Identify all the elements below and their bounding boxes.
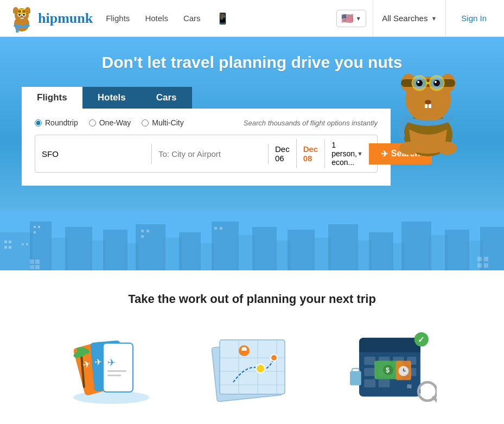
nav-flights[interactable]: Flights (106, 14, 130, 23)
svg-rect-27 (425, 104, 428, 108)
svg-point-22 (416, 80, 423, 86)
date-to-input[interactable]: Dec 08 (297, 139, 326, 168)
feature-map-icon (209, 328, 296, 404)
svg-rect-40 (163, 238, 182, 270)
search-hint: Search thousands of flight options insta… (244, 119, 378, 127)
passengers-value: 1 person, econ... (331, 141, 357, 167)
svg-rect-48 (312, 238, 331, 270)
hero-chipmunk-illustration (385, 48, 471, 156)
language-selector[interactable]: 🇺🇸 ▼ (336, 10, 366, 27)
svg-rect-90 (107, 370, 126, 372)
feature-flights-icon: ✈ ✈ ✈ (68, 328, 155, 404)
svg-rect-63 (141, 235, 144, 238)
svg-rect-69 (9, 241, 11, 243)
svg-rect-73 (35, 260, 40, 264)
svg-rect-8 (22, 17, 23, 19)
all-searches-chevron-icon: ▼ (431, 15, 437, 22)
svg-rect-59 (38, 226, 40, 228)
svg-rect-54 (429, 235, 448, 270)
multi-city-option[interactable]: Multi-City (142, 118, 183, 127)
all-searches-label: All Searches (382, 14, 428, 23)
bottom-title: Take the work out of planning your next … (22, 292, 482, 306)
svg-text:✈: ✈ (107, 357, 116, 368)
header: hipmunk Flights Hotels Cars 📱 🇺🇸 ▼ All S… (0, 0, 504, 37)
cityscape (0, 211, 504, 270)
roundtrip-option[interactable]: Roundtrip (35, 118, 78, 127)
one-way-radio[interactable] (89, 119, 96, 126)
svg-point-6 (21, 16, 23, 17)
svg-rect-51 (369, 232, 393, 270)
svg-rect-79 (484, 263, 488, 268)
svg-line-129 (433, 397, 437, 402)
one-way-option[interactable]: One-Way (89, 118, 131, 127)
bottom-section: Take the work out of planning your next … (0, 270, 504, 424)
svg-text:≋: ≋ (406, 382, 412, 390)
nav-hotels[interactable]: Hotels (145, 14, 168, 23)
svg-rect-41 (179, 232, 201, 270)
multi-city-radio[interactable] (142, 119, 149, 126)
nav-cars[interactable]: Cars (183, 14, 201, 23)
svg-rect-78 (477, 263, 482, 268)
tab-cars[interactable]: Cars (141, 87, 192, 109)
svg-rect-68 (4, 241, 7, 243)
svg-rect-91 (107, 375, 121, 376)
sign-in-link[interactable]: Sign In (452, 14, 495, 23)
svg-rect-47 (288, 230, 315, 270)
svg-point-103 (256, 364, 265, 373)
svg-rect-76 (477, 257, 482, 261)
all-searches-button[interactable]: All Searches ▼ (373, 0, 446, 37)
svg-rect-45 (252, 227, 277, 270)
logo-area[interactable]: hipmunk (9, 4, 93, 33)
to-input[interactable] (152, 144, 269, 164)
svg-rect-66 (22, 243, 24, 245)
svg-rect-108 (364, 357, 375, 365)
svg-rect-93 (220, 340, 285, 394)
mobile-icon[interactable]: 📱 (216, 12, 229, 25)
city-buildings-illustration (0, 211, 504, 270)
svg-rect-64 (214, 227, 217, 230)
tab-flights[interactable]: Flights (22, 87, 82, 109)
svg-rect-57 (480, 227, 504, 270)
svg-rect-55 (445, 230, 469, 270)
search-tabs: Flights Hotels Cars Roundtrip One-Way Mu… (22, 87, 391, 186)
svg-rect-35 (65, 227, 92, 270)
svg-point-104 (271, 355, 277, 361)
svg-rect-117 (378, 379, 390, 387)
svg-rect-77 (484, 257, 488, 261)
roundtrip-label: Roundtrip (45, 118, 78, 127)
svg-rect-107 (359, 347, 420, 352)
svg-rect-53 (401, 222, 431, 270)
svg-point-23 (433, 80, 440, 86)
svg-rect-44 (236, 235, 255, 270)
svg-rect-39 (136, 224, 165, 270)
feature-calendar-icon: $ ≋ ✓ (350, 328, 437, 404)
svg-point-24 (417, 81, 419, 83)
svg-point-26 (425, 100, 431, 104)
feature-map (198, 328, 307, 410)
features-row: ✈ ✈ ✈ (22, 328, 482, 410)
svg-rect-37 (103, 230, 127, 270)
svg-text:$: $ (385, 366, 389, 374)
svg-rect-70 (4, 246, 7, 249)
svg-point-13 (25, 7, 30, 14)
svg-text:✓: ✓ (418, 335, 425, 344)
hero-section: Don't let travel planning drive you nuts (0, 37, 504, 211)
logo-text: hipmunk (38, 10, 93, 27)
svg-rect-49 (328, 224, 358, 270)
passengers-selector[interactable]: 1 person, econ... ▼ (325, 135, 369, 172)
trip-type-row: Roundtrip One-Way Multi-City Search thou… (35, 118, 378, 127)
search-panel: Roundtrip One-Way Multi-City Search thou… (22, 109, 391, 186)
svg-point-25 (435, 81, 437, 83)
svg-rect-67 (26, 243, 28, 245)
svg-rect-60 (34, 231, 36, 233)
tab-hotels[interactable]: Hotels (82, 87, 141, 109)
from-input[interactable] (35, 144, 152, 164)
passengers-chevron-icon: ▼ (357, 150, 363, 157)
roundtrip-radio[interactable] (35, 119, 42, 126)
svg-rect-130 (350, 371, 361, 385)
date-from-input[interactable]: Dec 06 (269, 139, 297, 168)
svg-rect-34 (49, 238, 68, 270)
svg-point-29 (399, 142, 419, 155)
svg-rect-112 (364, 368, 375, 376)
feature-flights: ✈ ✈ ✈ (57, 328, 165, 410)
